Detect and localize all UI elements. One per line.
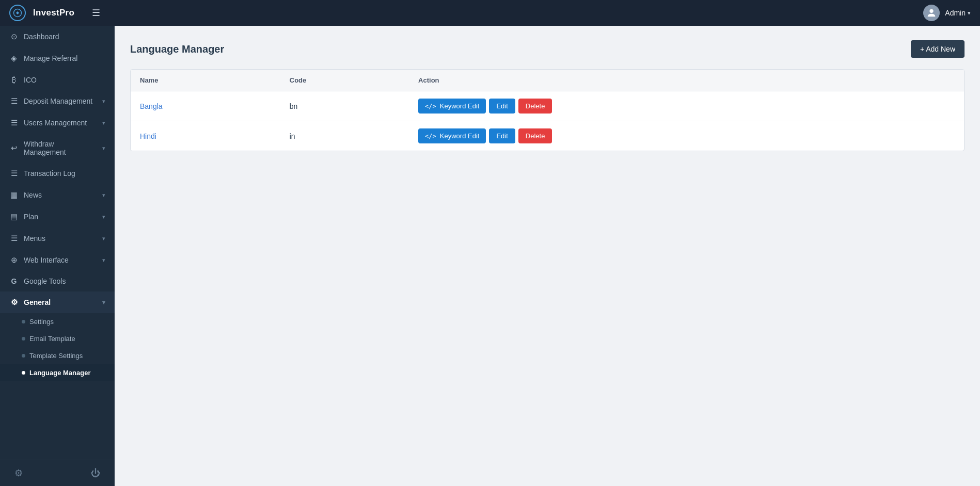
sidebar-item-withdraw-management[interactable]: ↩ Withdraw Management ▾ <box>0 134 115 163</box>
action-buttons: </> Keyword Edit Edit Delete <box>418 99 955 114</box>
general-icon: ⚙ <box>9 298 19 307</box>
deposit-icon: ☰ <box>9 96 19 106</box>
edit-button-hindi[interactable]: Edit <box>489 128 515 143</box>
delete-button-hindi[interactable]: Delete <box>518 128 552 143</box>
power-icon[interactable]: ⏻ <box>91 468 100 479</box>
brand-name: InvestPro <box>33 8 74 18</box>
col-code: Code <box>280 70 409 91</box>
news-icon: ▦ <box>9 190 19 200</box>
sub-dot-icon <box>22 354 25 358</box>
row-name-hindi: Hindi <box>131 121 280 151</box>
avatar <box>923 5 940 21</box>
chevron-down-icon: ▾ <box>102 98 105 105</box>
transaction-icon: ☰ <box>9 169 19 178</box>
page-title: Language Manager <box>130 43 224 55</box>
admin-label[interactable]: Admin ▾ <box>945 9 971 17</box>
edit-button-bangla[interactable]: Edit <box>489 99 515 114</box>
web-interface-icon: ⊕ <box>9 255 19 265</box>
sidebar-item-plan[interactable]: ▤ Plan ▾ <box>0 206 115 228</box>
sidebar-item-users-management[interactable]: ☰ Users Management ▾ <box>0 112 115 134</box>
menus-icon: ☰ <box>9 234 19 243</box>
sidebar-item-transaction-log[interactable]: ☰ Transaction Log <box>0 163 115 184</box>
row-actions-hindi: </> Keyword Edit Edit Delete <box>409 121 964 151</box>
main-content: Language Manager + Add New Name Code Act… <box>115 26 980 486</box>
chevron-down-icon: ▾ <box>102 192 105 199</box>
sidebar-subitem-language-manager[interactable]: Language Manager <box>0 364 115 381</box>
users-icon: ☰ <box>9 118 19 127</box>
chevron-down-icon: ▾ <box>102 145 105 152</box>
manage-referral-icon: ◈ <box>9 54 19 63</box>
col-name: Name <box>131 70 280 91</box>
settings-footer-icon[interactable]: ⚙ <box>14 467 23 479</box>
chevron-down-icon: ▾ <box>102 235 105 242</box>
chevron-down-icon: ▾ <box>102 299 105 306</box>
table-row: Bangla bn </> Keyword Edit Edit Delete <box>131 91 964 121</box>
sidebar-footer: ⚙ ⏻ <box>0 460 115 486</box>
sub-dot-icon <box>22 320 25 323</box>
row-name-bangla: Bangla <box>131 91 280 121</box>
brand-logo <box>9 5 26 21</box>
sidebar-item-deposit-management[interactable]: ☰ Deposit Management ▾ <box>0 90 115 112</box>
row-code-bangla: bn <box>280 91 409 121</box>
brand-icon <box>13 8 22 18</box>
dashboard-icon: ⊙ <box>9 32 19 41</box>
code-icon: </> <box>425 133 436 140</box>
code-icon: </> <box>425 103 436 110</box>
sidebar-subitem-template-settings[interactable]: Template Settings <box>0 347 115 364</box>
add-new-button[interactable]: + Add New <box>911 40 965 58</box>
svg-point-1 <box>930 9 934 13</box>
general-submenu: Settings Email Template Template Setting… <box>0 313 115 381</box>
chevron-down-icon: ▾ <box>102 214 105 220</box>
avatar-icon <box>926 7 937 19</box>
ico-icon: ₿ <box>9 75 19 84</box>
withdraw-icon: ↩ <box>9 143 19 153</box>
language-table: Name Code Action Bangla bn </> <box>131 70 964 151</box>
table-row: Hindi in </> Keyword Edit Edit Delete <box>131 121 964 151</box>
sidebar-item-ico[interactable]: ₿ ICO <box>0 69 115 90</box>
topnav-right: Admin ▾ <box>923 5 971 21</box>
layout: ⊙ Dashboard ◈ Manage Referral ₿ ICO ☰ De… <box>0 26 980 486</box>
sidebar-item-news[interactable]: ▦ News ▾ <box>0 184 115 206</box>
page-header: Language Manager + Add New <box>130 40 965 58</box>
action-buttons: </> Keyword Edit Edit Delete <box>418 128 955 143</box>
sidebar-item-dashboard[interactable]: ⊙ Dashboard <box>0 26 115 47</box>
keyword-edit-button-bangla[interactable]: </> Keyword Edit <box>418 99 486 114</box>
row-code-hindi: in <box>280 121 409 151</box>
sidebar-item-general[interactable]: ⚙ General ▾ <box>0 291 115 313</box>
chevron-down-icon: ▾ <box>102 257 105 264</box>
sidebar-subitem-email-template[interactable]: Email Template <box>0 330 115 347</box>
sidebar-item-web-interface[interactable]: ⊕ Web Interface ▾ <box>0 249 115 271</box>
sidebar-subitem-settings[interactable]: Settings <box>0 313 115 330</box>
sidebar-item-menus[interactable]: ☰ Menus ▾ <box>0 228 115 249</box>
topnav-left: InvestPro ☰ <box>9 5 100 21</box>
sub-dot-icon <box>22 337 25 341</box>
topnav: InvestPro ☰ Admin ▾ <box>0 0 980 26</box>
hamburger-menu[interactable]: ☰ <box>92 7 100 19</box>
row-actions-bangla: </> Keyword Edit Edit Delete <box>409 91 964 121</box>
sidebar-item-google-tools[interactable]: G Google Tools <box>0 271 115 291</box>
sidebar: ⊙ Dashboard ◈ Manage Referral ₿ ICO ☰ De… <box>0 26 115 486</box>
sub-dot-icon <box>22 371 25 375</box>
plan-icon: ▤ <box>9 212 19 221</box>
sidebar-item-manage-referral[interactable]: ◈ Manage Referral <box>0 47 115 69</box>
google-tools-icon: G <box>9 277 19 285</box>
language-table-card: Name Code Action Bangla bn </> <box>130 69 965 151</box>
delete-button-bangla[interactable]: Delete <box>518 99 552 114</box>
chevron-down-icon: ▾ <box>102 120 105 126</box>
table-header-row: Name Code Action <box>131 70 964 91</box>
keyword-edit-button-hindi[interactable]: </> Keyword Edit <box>418 128 486 143</box>
col-action: Action <box>409 70 964 91</box>
chevron-down-icon: ▾ <box>968 10 971 17</box>
